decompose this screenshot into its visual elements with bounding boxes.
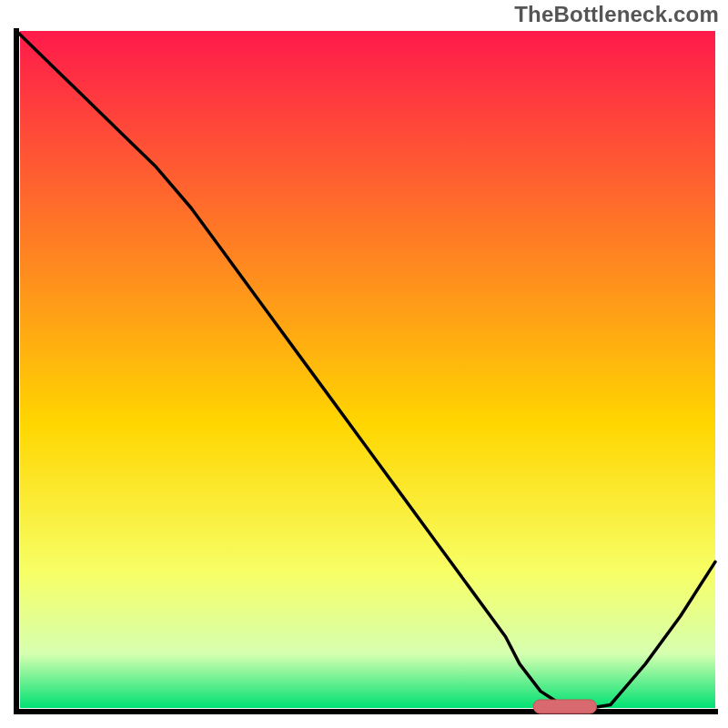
plot-background — [20, 31, 715, 708]
bottleneck-plot — [9, 27, 719, 719]
optimal-range-marker — [533, 700, 596, 713]
watermark-text: TheBottleneck.com — [514, 2, 719, 27]
chart-svg — [9, 27, 719, 719]
page-root: TheBottleneck.com — [0, 0, 728, 728]
